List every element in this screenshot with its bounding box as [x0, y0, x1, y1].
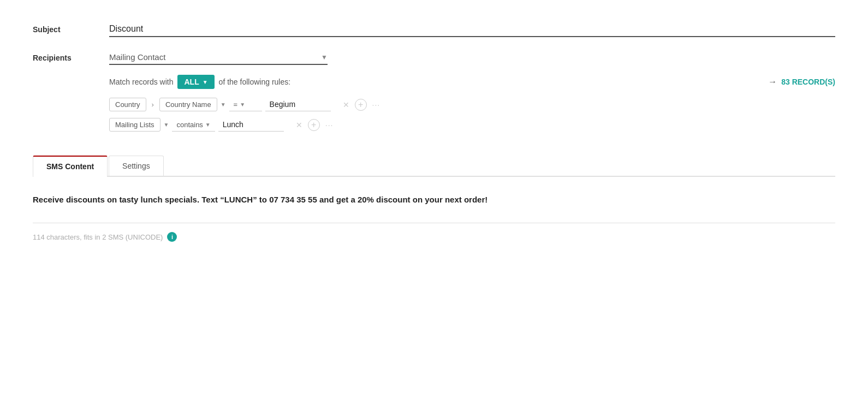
- sms-body-text: Receive discounts on tasty lunch special…: [33, 193, 835, 206]
- filter-row-2: Mailing Lists ▼ contains ▼ Lunch ✕ + ···: [109, 118, 835, 132]
- filter-operator-arrow-1: ▼: [240, 102, 245, 108]
- subject-input[interactable]: [109, 22, 835, 37]
- filter-row-1: Country › Country Name ▼ = ▼ Begium ✕ + …: [109, 98, 835, 111]
- recipients-label: Recipients: [33, 50, 109, 62]
- sms-content-area: Receive discounts on tasty lunch special…: [33, 177, 835, 253]
- sms-divider: [33, 223, 835, 223]
- info-icon[interactable]: i: [167, 232, 177, 242]
- filter-remove-icon-2[interactable]: ✕: [296, 121, 302, 129]
- filter-separator-1: ›: [150, 100, 156, 109]
- filter-subfield-country-name[interactable]: Country Name: [159, 98, 217, 111]
- all-button[interactable]: ALL ▼: [177, 75, 214, 89]
- match-prefix-text: Match records with: [109, 78, 173, 86]
- filter-more-icon-1[interactable]: ···: [372, 100, 381, 109]
- filter-more-icon-2[interactable]: ···: [325, 121, 334, 129]
- records-arrow-icon: →: [768, 77, 777, 87]
- filter-field-country[interactable]: Country: [109, 98, 146, 111]
- tab-settings-label: Settings: [122, 162, 150, 170]
- subject-label: Subject: [33, 22, 109, 34]
- filter-operator-2[interactable]: contains ▼: [172, 118, 215, 132]
- all-button-label: ALL: [184, 78, 199, 86]
- sms-meta-text: 114 characters, fits in 2 SMS (UNICODE): [33, 233, 163, 241]
- filter-operator-arrow-2: ▼: [205, 122, 211, 128]
- match-suffix-text: of the following rules:: [219, 78, 291, 86]
- recipients-select[interactable]: Mailing Contact ▼: [109, 50, 328, 65]
- recipients-dropdown-arrow: ▼: [321, 53, 328, 61]
- recipients-select-text: Mailing Contact: [109, 52, 317, 62]
- filter-add-icon-2[interactable]: +: [308, 119, 320, 131]
- filter-value-label-1: Begium: [270, 100, 295, 109]
- filter-add-icon-1[interactable]: +: [355, 99, 367, 111]
- filter-field-mailing-lists[interactable]: Mailing Lists: [109, 118, 160, 132]
- filter-operator-label-2: contains: [176, 121, 203, 129]
- filter-remove-icon-1[interactable]: ✕: [343, 100, 349, 109]
- sms-meta-row: 114 characters, fits in 2 SMS (UNICODE) …: [33, 232, 835, 242]
- filter-operator-1[interactable]: = ▼: [229, 98, 262, 111]
- records-link[interactable]: → 83 RECORD(S): [768, 77, 835, 87]
- filter-field-dropdown-arrow-1: ▼: [221, 102, 226, 108]
- filter-field-dropdown-arrow-2: ▼: [164, 122, 169, 128]
- tabs-container: SMS Content Settings: [33, 156, 835, 177]
- filter-value-label-2: Lunch: [223, 120, 243, 129]
- records-count: 83 RECORD(S): [781, 78, 835, 86]
- filter-value-lunch[interactable]: Lunch: [218, 118, 284, 132]
- tab-settings[interactable]: Settings: [109, 156, 164, 176]
- filter-operator-label-1: =: [234, 100, 238, 109]
- tab-sms-content-label: SMS Content: [46, 162, 94, 171]
- filter-value-begium[interactable]: Begium: [265, 98, 331, 111]
- tab-sms-content[interactable]: SMS Content: [33, 156, 108, 177]
- all-button-arrow: ▼: [203, 79, 208, 85]
